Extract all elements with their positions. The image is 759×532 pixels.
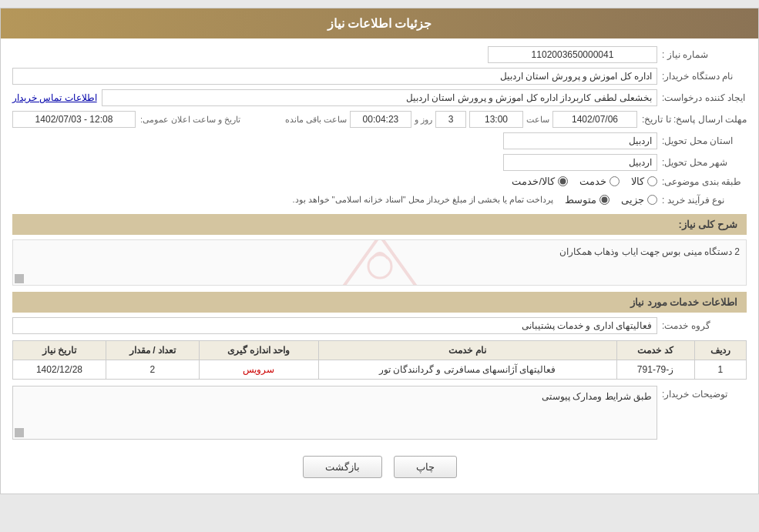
shomare-niaz-label: شماره نیاز : bbox=[662, 49, 747, 60]
cell-tarikh: 1402/12/28 bbox=[13, 360, 106, 380]
tozihat-box: طبق شرایط ومدارک پیوستی bbox=[12, 386, 657, 440]
ijad-konande-label: ایجاد کننده درخواست: bbox=[662, 92, 747, 103]
saat-label: ساعت bbox=[526, 115, 549, 125]
col-tedad: تعداد / مقدار bbox=[106, 341, 199, 360]
page-wrapper: جزئیات اطلاعات نیاز شماره نیاز : 1102003… bbox=[0, 8, 759, 494]
row-mohlat: مهلت ارسال پاسخ: تا تاریخ: 1402/07/06 سا… bbox=[12, 111, 747, 128]
ijad-konande-link[interactable]: اطلاعات تماس خریدار bbox=[12, 92, 97, 103]
radio-khadamat: خدمت bbox=[579, 176, 620, 187]
grohe-khadamat-value: فعالیتهای اداری و خدمات پشتیبانی bbox=[12, 317, 657, 334]
cell-vahed: سرویس bbox=[199, 360, 318, 380]
row-tozihat: توضیحات خریدار: طبق شرایط ومدارک پیوستی bbox=[12, 386, 747, 440]
services-table-section: ردیف کد خدمت نام خدمت واحد اندازه گیری ت… bbox=[12, 340, 747, 380]
radio-kala-khadamat-input[interactable] bbox=[558, 176, 568, 186]
shahr-value: اردبیل bbox=[503, 154, 657, 171]
ijad-konande-value: بخشعلی لطفی کاربرداز اداره کل اموزش و پر… bbox=[102, 89, 657, 106]
col-radif: ردیف bbox=[694, 341, 746, 360]
row-ostan: استان محل تحویل: اردبیل bbox=[12, 132, 747, 149]
baghi-mande-value: 00:04:23 bbox=[350, 111, 411, 128]
print-button[interactable]: چاپ bbox=[394, 456, 457, 478]
col-nam-khadamat: نام خدمت bbox=[318, 341, 616, 360]
cell-nam-khadamat: فعالیتهای آژانسهای مسافرتی و گردانندگان … bbox=[318, 360, 616, 380]
sharh-section-header: شرح کلی نیاز: bbox=[12, 214, 747, 235]
radio-jazii: جزیی bbox=[621, 194, 657, 206]
sharh-value-box: 2 دستگاه مینی بوس جهت ایاب وذهاب همکاران bbox=[12, 239, 747, 286]
row-no-farayand: نوع فرآیند خرید : جزیی متوسط پرداخت تمام… bbox=[12, 192, 747, 208]
resize-handle-sharh[interactable] bbox=[15, 274, 24, 283]
tarikh-ilan-value: 1402/07/03 - 12:08 bbox=[12, 111, 136, 128]
resize-handle-tozihat[interactable] bbox=[15, 428, 24, 437]
mohlat-label: مهلت ارسال پاسخ: تا تاریخ: bbox=[642, 114, 747, 125]
khadamat-section-title: اطلاعات خدمات مورد نیاز bbox=[630, 296, 737, 308]
row-shahr: شهر محل تحویل: اردبیل bbox=[12, 154, 747, 171]
row-ijad-konande: ایجاد کننده درخواست: بخشعلی لطفی کاربردا… bbox=[12, 89, 747, 106]
tozihat-label: توضیحات خریدار: bbox=[662, 389, 747, 400]
ostan-value: اردبیل bbox=[503, 132, 657, 149]
radio-jazii-input[interactable] bbox=[647, 195, 657, 205]
sharh-label: شرح کلی نیاز: bbox=[678, 219, 737, 230]
radio-mottavasset-label: متوسط bbox=[565, 194, 596, 206]
col-kod-khadamat: کد خدمت bbox=[616, 341, 694, 360]
radio-kala-khadamat: کالا/خدمت bbox=[512, 176, 568, 187]
radio-jazii-label: جزیی bbox=[621, 194, 644, 206]
farayand-radio-row: جزیی متوسط پرداخت تمام یا بخشی از مبلغ خ… bbox=[12, 192, 657, 208]
page-header: جزئیات اطلاعات نیاز bbox=[1, 8, 758, 38]
radio-mottavasset-input[interactable] bbox=[599, 195, 610, 205]
content-area: شماره نیاز : 1102003650000041 نام دستگاه… bbox=[1, 38, 758, 494]
radio-khadamat-input[interactable] bbox=[610, 176, 620, 186]
col-tarikh: تاریخ نیاز bbox=[13, 341, 106, 360]
services-table: ردیف کد خدمت نام خدمت واحد اندازه گیری ت… bbox=[12, 340, 747, 380]
radio-kala: کالا bbox=[631, 176, 657, 187]
tozihat-value: طبق شرایط ومدارک پیوستی bbox=[542, 391, 652, 402]
ostan-label: استان محل تحویل: bbox=[662, 136, 747, 146]
buttons-row: چاپ بازگشت bbox=[12, 444, 747, 486]
row-nam-dastgah: نام دستگاه خریدار: اداره کل اموزش و پرور… bbox=[12, 68, 747, 85]
no-farayand-label: نوع فرآیند خرید : bbox=[662, 195, 747, 206]
radio-kala-label: کالا bbox=[631, 176, 644, 187]
back-button[interactable]: بازگشت bbox=[303, 456, 382, 478]
radio-khadamat-label: خدمت bbox=[579, 176, 606, 187]
date-time-row: 1402/07/06 ساعت 13:00 3 روز و 00:04:23 س… bbox=[245, 111, 637, 128]
tarikh-value: 1402/07/06 bbox=[552, 111, 637, 128]
tabaghe-radio-row: کالا خدمت کالا/خدمت bbox=[12, 176, 657, 187]
row-grohe-khadamat: گروه خدمت: فعالیتهای اداری و خدمات پشتیب… bbox=[12, 317, 747, 334]
watermark-logo bbox=[334, 239, 426, 286]
cell-radif: 1 bbox=[694, 360, 746, 380]
table-row: 1 ز-79-791 فعالیتهای آژانسهای مسافرتی و … bbox=[13, 360, 747, 380]
row-shomare-niaz: شماره نیاز : 1102003650000041 bbox=[12, 46, 747, 63]
row-tabaghe: طبقه بندی موضوعی: کالا خدمت کالا/خدمت bbox=[12, 176, 747, 187]
radio-mottavasset: متوسط bbox=[565, 194, 610, 206]
nam-dastgah-value: اداره کل اموزش و پرورش استان اردبیل bbox=[12, 68, 657, 85]
sharh-value: 2 دستگاه مینی بوس جهت ایاب وذهاب همکاران bbox=[559, 246, 740, 257]
grohe-khadamat-label: گروه خدمت: bbox=[662, 320, 747, 331]
tabaghe-label: طبقه بندی موضوعی: bbox=[662, 176, 747, 187]
tarikh-ilan-label: تاریخ و ساعت اعلان عمومی: bbox=[140, 115, 240, 125]
cell-kod-khadamat: ز-79-791 bbox=[616, 360, 694, 380]
radio-kala-input[interactable] bbox=[647, 176, 657, 186]
khadamat-section-header: اطلاعات خدمات مورد نیاز bbox=[12, 292, 747, 313]
col-vahed: واحد اندازه گیری bbox=[199, 341, 318, 360]
baghi-mande-label: ساعت باقی مانده bbox=[285, 115, 347, 125]
radio-kala-khadamat-label: کالا/خدمت bbox=[512, 176, 555, 187]
shomare-niaz-value: 1102003650000041 bbox=[488, 46, 657, 63]
nam-dastgah-label: نام دستگاه خریدار: bbox=[662, 71, 747, 82]
table-header-row: ردیف کد خدمت نام خدمت واحد اندازه گیری ت… bbox=[13, 341, 747, 360]
page-title: جزئیات اطلاعات نیاز bbox=[327, 17, 432, 30]
farayand-desc: پرداخت تمام یا بخشی از مبلغ خریداز محل "… bbox=[292, 192, 553, 208]
rooz-value: 3 bbox=[435, 111, 466, 128]
cell-tedad: 2 bbox=[106, 360, 199, 380]
shahr-label: شهر محل تحویل: bbox=[662, 157, 747, 168]
saat-value: 13:00 bbox=[469, 111, 523, 128]
rooz-label: روز و bbox=[415, 115, 432, 125]
